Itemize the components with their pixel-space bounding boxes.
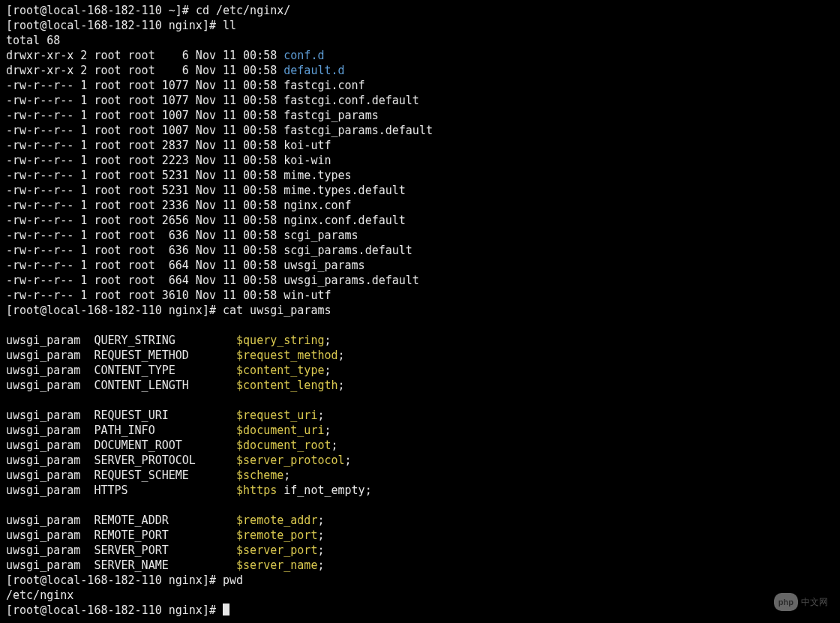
pwd-output: /etc/nginx <box>6 589 74 602</box>
prompt-nginx: [root@local-168-182-110 nginx]# <box>6 19 223 32</box>
file-entry: fastcgi.conf.default <box>284 94 419 107</box>
nginx-variable: $server_protocol <box>236 454 345 467</box>
cmd-ll: ll <box>223 19 236 32</box>
nginx-variable: $document_uri <box>236 424 324 437</box>
nginx-variable: $server_port <box>236 544 317 557</box>
file-entry-dir: default.d <box>284 64 344 77</box>
nginx-variable: $scheme <box>236 469 284 482</box>
cmd-cat: cat uwsgi_params <box>223 304 332 317</box>
nginx-variable: $server_name <box>236 559 317 572</box>
file-entry: win-utf <box>284 289 331 302</box>
nginx-variable: $content_type <box>236 364 324 377</box>
file-entry: koi-utf <box>284 139 331 152</box>
nginx-variable: $query_string <box>236 334 324 347</box>
prompt-nginx: [root@local-168-182-110 nginx]# <box>6 574 223 587</box>
nginx-variable: $https <box>236 484 277 497</box>
nginx-variable: $request_uri <box>236 409 317 422</box>
ll-listing: drwxr-xr-x 2 root root 6 Nov 11 00:58 co… <box>6 49 433 302</box>
uwsgi-params-content: uwsgi_param QUERY_STRING $query_string; … <box>6 334 372 572</box>
watermark-badge: php <box>774 593 798 611</box>
prompt-home: [root@local-168-182-110 ~]# <box>6 4 196 17</box>
file-entry: nginx.conf <box>284 199 351 212</box>
nginx-variable: $document_root <box>236 439 331 452</box>
cmd-cd: cd /etc/nginx/ <box>196 4 290 17</box>
file-entry-dir: conf.d <box>284 49 324 62</box>
file-entry: uwsgi_params <box>284 259 364 272</box>
terminal-output[interactable]: [root@local-168-182-110 ~]# cd /etc/ngin… <box>0 0 840 621</box>
file-entry: fastcgi.conf <box>284 79 364 92</box>
file-entry: scgi_params.default <box>284 244 412 257</box>
file-entry: fastcgi_params <box>284 109 378 122</box>
nginx-variable: $request_method <box>236 349 338 362</box>
cursor-icon <box>223 604 230 616</box>
file-entry: fastcgi_params.default <box>284 124 433 137</box>
file-entry: uwsgi_params.default <box>284 274 419 287</box>
ll-total: total 68 <box>6 34 60 47</box>
prompt-nginx: [root@local-168-182-110 nginx]# <box>6 304 223 317</box>
file-entry: nginx.conf.default <box>284 214 406 227</box>
nginx-variable: $content_length <box>236 379 338 392</box>
watermark-text: 中文网 <box>801 595 828 610</box>
file-entry: mime.types <box>284 169 351 182</box>
file-entry: mime.types.default <box>284 184 406 197</box>
nginx-variable: $remote_port <box>236 529 317 542</box>
prompt-nginx: [root@local-168-182-110 nginx]# <box>6 604 223 617</box>
nginx-variable: $remote_addr <box>236 514 317 527</box>
cmd-pwd: pwd <box>223 574 243 587</box>
file-entry: koi-win <box>284 154 331 167</box>
file-entry: scgi_params <box>284 229 358 242</box>
watermark: php 中文网 <box>774 593 828 611</box>
